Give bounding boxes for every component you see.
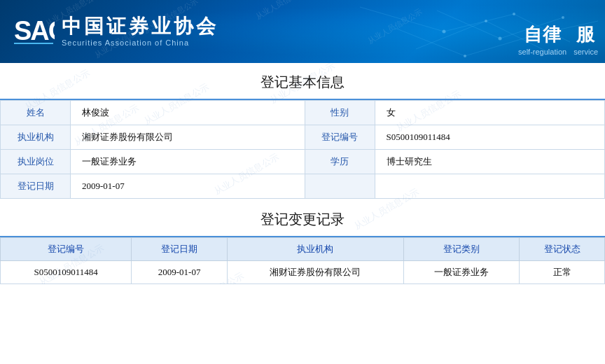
nav-en-2: service [573, 48, 598, 56]
table-row: 执业岗位 一般证券业务 学历 博士研究生 [1, 150, 605, 174]
value-name: 林俊波 [71, 101, 305, 125]
value-regno: S0500109011484 [375, 125, 604, 150]
header-watermark-3: 从业人员信息公示 [253, 0, 312, 22]
record-regno: S0500109011484 [1, 261, 132, 284]
label-name: 姓名 [1, 101, 71, 125]
nav-cn-2: 服 [576, 22, 595, 47]
record-org: 湘财证券股份有限公司 [227, 261, 403, 284]
nav-self-regulation: 自律 self-regulation [518, 22, 566, 56]
logo-area: SAC 中国证券业协会 Securities Association of Ch… [0, 10, 218, 52]
label-regno: 登记编号 [305, 125, 375, 150]
main-content: 从业人员信息公示 从业人员信息公示 从业人员信息公示 从业人员信息公示 从业人员… [0, 63, 605, 284]
value-gender: 女 [375, 101, 604, 125]
sac-logo: SAC 中国证券业协会 Securities Association of Ch… [13, 10, 218, 52]
record-table: 登记编号 登记日期 执业机构 登记类别 登记状态 S0500109011484 … [0, 237, 605, 284]
table-row: 姓名 林俊波 性别 女 [1, 101, 605, 125]
value-empty [375, 174, 604, 199]
label-edu: 学历 [305, 150, 375, 174]
label-org: 执业机构 [1, 125, 71, 150]
section1-title: 登记基本信息 [0, 63, 605, 100]
header-watermark-4: 从业人员信息公示 [366, 6, 424, 46]
table-row: 执业机构 湘财证券股份有限公司 登记编号 S0500109011484 [1, 125, 605, 150]
nav-service: 服 service [573, 22, 598, 56]
label-empty [305, 174, 375, 199]
col-date: 登记日期 [132, 238, 227, 261]
value-position: 一般证券业务 [71, 150, 305, 174]
record-date: 2009-01-07 [132, 261, 227, 284]
label-gender: 性别 [305, 101, 375, 125]
col-regno: 登记编号 [1, 238, 132, 261]
table-row: 登记日期 2009-01-07 [1, 174, 605, 199]
header: 从业人员信息公示 从业人员信息公示 从业人员信息公示 从业人员信息公示 从业人员… [0, 0, 605, 63]
logo-text-block: 中国证券业协会 Securities Association of China [62, 16, 218, 48]
record-table-header: 登记编号 登记日期 执业机构 登记类别 登记状态 [1, 238, 605, 261]
info-table: 姓名 林俊波 性别 女 执业机构 湘财证券股份有限公司 登记编号 S050010… [0, 100, 605, 199]
nav-en-1: self-regulation [518, 48, 566, 56]
logo-cn-text: 中国证券业协会 [62, 16, 218, 38]
col-org: 执业机构 [227, 238, 403, 261]
col-status: 登记状态 [520, 238, 605, 261]
value-org: 湘财证券股份有限公司 [71, 125, 305, 150]
svg-text:SAC: SAC [14, 16, 55, 46]
label-position: 执业岗位 [1, 150, 71, 174]
record-status: 正常 [520, 261, 605, 284]
col-type: 登记类别 [403, 238, 519, 261]
nav-cn-1: 自律 [524, 22, 562, 47]
header-nav: 自律 self-regulation 服 service [423, 0, 605, 63]
value-regdate: 2009-01-07 [71, 174, 305, 199]
value-edu: 博士研究生 [375, 150, 604, 174]
section2-title: 登记变更记录 [0, 202, 605, 237]
logo-en-text: Securities Association of China [62, 38, 218, 47]
sac-emblem-icon: SAC [13, 10, 55, 52]
record-row: S0500109011484 2009-01-07 湘财证券股份有限公司 一般证… [1, 261, 605, 284]
label-regdate: 登记日期 [1, 174, 71, 199]
record-type: 一般证券业务 [403, 261, 519, 284]
